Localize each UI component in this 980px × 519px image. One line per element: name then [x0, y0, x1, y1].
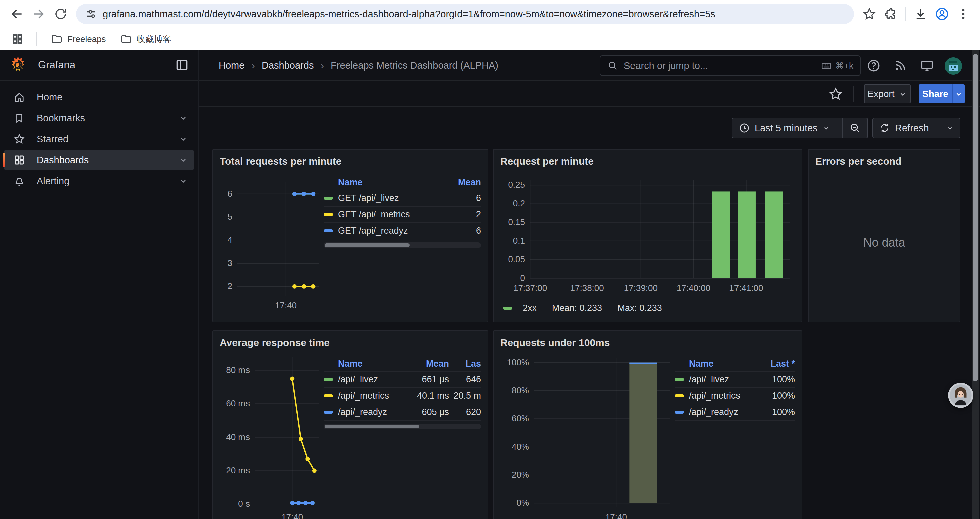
- sidebar-item-bookmarks[interactable]: Bookmarks: [4, 108, 194, 128]
- legend-scrollbar[interactable]: [323, 243, 481, 248]
- sidebar-item-starred[interactable]: Starred: [4, 129, 194, 149]
- breadcrumb: Home › Dashboards › Freeleaps Metrics Da…: [219, 50, 498, 81]
- panel-errors-per-second[interactable]: Errors per second No data: [808, 149, 960, 322]
- legend-col-last[interactable]: Last *: [758, 359, 795, 369]
- legend-col-name[interactable]: Name: [323, 177, 455, 188]
- apps-button[interactable]: [8, 30, 27, 48]
- assistant-avatar[interactable]: [948, 383, 973, 408]
- bookmark-folder-freeleaps[interactable]: Freeleaps: [46, 31, 111, 47]
- time-series-chart[interactable]: 80 ms60 ms40 ms20 ms0 s17:40: [220, 350, 323, 519]
- rss-icon: [893, 59, 907, 73]
- chevron-down-icon[interactable]: [179, 155, 188, 164]
- breadcrumb-home[interactable]: Home: [219, 60, 245, 71]
- series-color-pill[interactable]: [323, 230, 333, 232]
- legend-row[interactable]: GET /api/_livez 6: [323, 190, 481, 207]
- refresh-interval-button[interactable]: [940, 118, 960, 137]
- legend-scrollbar[interactable]: [323, 424, 481, 430]
- export-button[interactable]: Export: [864, 85, 911, 103]
- grafana-logo[interactable]: [9, 56, 27, 75]
- legend-row[interactable]: /api/_readyz 605 µs 620: [323, 404, 481, 421]
- scrollbar-thumb[interactable]: [325, 425, 419, 428]
- series-color-pill[interactable]: [323, 197, 333, 200]
- legend-row[interactable]: /api/_readyz 100%: [675, 404, 795, 421]
- zoom-out-button[interactable]: [843, 118, 867, 137]
- bookmark-folder-label[interactable]: 收藏博客: [137, 34, 172, 45]
- extensions-button[interactable]: [881, 5, 900, 23]
- legend-col-last[interactable]: Las: [449, 359, 481, 369]
- panel-request-per-minute[interactable]: Request per minute 0.250.20.150.10.05017…: [493, 149, 802, 322]
- panel-average-response-time[interactable]: Average response time 80 ms60 ms40 ms20 …: [213, 330, 488, 519]
- chevron-down-icon[interactable]: [179, 176, 188, 186]
- downloads-button[interactable]: [911, 5, 930, 23]
- panel-title[interactable]: Request per minute: [500, 153, 795, 169]
- news-button[interactable]: [892, 57, 908, 74]
- legend-col-mean[interactable]: Mean: [455, 177, 481, 188]
- legend-col-mean[interactable]: Mean: [406, 359, 449, 369]
- profile-button[interactable]: [932, 5, 951, 23]
- series-color-pill[interactable]: [323, 378, 333, 381]
- help-button[interactable]: [865, 57, 882, 74]
- legend-inline[interactable]: 2xx Mean: 0.233 Max: 0.233: [500, 298, 795, 318]
- sidebar-item-alerting[interactable]: Alerting: [4, 171, 194, 191]
- legend-series-name[interactable]: 2xx: [523, 303, 537, 313]
- legend-table: Name Mean Las /api/_livez 661 µs 646: [323, 350, 481, 519]
- panel-total-requests[interactable]: Total requests per minute 6543217:40 Nam…: [213, 149, 488, 322]
- chevron-down-icon[interactable]: [179, 134, 188, 144]
- breadcrumb-dashboards[interactable]: Dashboards: [261, 60, 313, 71]
- series-color-pill[interactable]: [323, 213, 333, 216]
- legend-row[interactable]: /api/_metrics 100%: [675, 388, 795, 404]
- star-icon: [13, 133, 25, 145]
- legend-row[interactable]: /api/_livez 661 µs 646: [323, 372, 481, 388]
- series-color-pill[interactable]: [503, 307, 512, 310]
- panel-title[interactable]: Total requests per minute: [220, 153, 481, 169]
- x-axis-tick-label: 17:40: [593, 512, 640, 519]
- refresh-button[interactable]: Refresh: [873, 118, 940, 137]
- panel-toggle-icon[interactable]: [175, 58, 189, 72]
- legend-row[interactable]: GET /api/_metrics 2: [323, 207, 481, 223]
- panel-title[interactable]: Errors per second: [815, 153, 953, 169]
- bar-chart[interactable]: 0.250.20.150.10.05017:37:0017:38:0017:39…: [500, 169, 795, 298]
- panel-title[interactable]: Requests under 100ms: [500, 335, 795, 350]
- favorite-dashboard-button[interactable]: [828, 86, 844, 102]
- panel-title[interactable]: Average response time: [220, 335, 481, 350]
- site-settings-icon[interactable]: [85, 8, 97, 21]
- browser-menu-button[interactable]: [954, 5, 973, 23]
- series-color-pill[interactable]: [675, 378, 684, 381]
- user-avatar[interactable]: [945, 57, 962, 75]
- back-button[interactable]: [7, 5, 26, 23]
- scrollbar-thumb[interactable]: [325, 243, 410, 247]
- bar-chart[interactable]: 100%80%60%40%20%0%17:40: [500, 350, 675, 519]
- legend-col-name[interactable]: Name: [323, 359, 406, 369]
- legend-row[interactable]: /api/_livez 100%: [675, 372, 795, 388]
- series-color-pill[interactable]: [323, 411, 333, 414]
- share-menu-button[interactable]: [952, 85, 965, 103]
- legend-col-name[interactable]: Name: [675, 359, 758, 369]
- page-scrollbar[interactable]: [972, 50, 978, 519]
- panel-requests-under-100ms[interactable]: Requests under 100ms 100%80%60%40%20%0%1…: [493, 330, 802, 519]
- address-bar[interactable]: grafana.mathmast.com/d/deytv4rwavabkb/fr…: [76, 4, 854, 24]
- time-range-picker[interactable]: Last 5 minutes: [732, 118, 842, 137]
- grafana-app: Grafana Home Bookmarks Starred: [0, 50, 980, 519]
- series-color-pill[interactable]: [675, 411, 684, 414]
- share-button[interactable]: Share: [919, 85, 952, 103]
- series-color-pill[interactable]: [323, 394, 333, 398]
- x-axis-tick-label: 17:37:00: [507, 283, 554, 293]
- sidebar-item-label: Bookmarks: [37, 113, 179, 124]
- search-input[interactable]: Search or jump to... ⌘+k: [600, 56, 861, 76]
- forward-button[interactable]: [29, 5, 48, 23]
- bookmark-folder-label[interactable]: Freeleaps: [67, 34, 106, 45]
- legend-table: Name Last * /api/_livez 100% /api/_metri…: [675, 350, 795, 519]
- sidebar-item-home[interactable]: Home: [4, 87, 194, 107]
- legend-row[interactable]: GET /api/_readyz 6: [323, 223, 481, 240]
- bookmark-folder-blogs[interactable]: 收藏博客: [115, 31, 176, 47]
- legend-row[interactable]: /api/_metrics 40.1 ms 20.5 m: [323, 388, 481, 404]
- sidebar-item-dashboards[interactable]: Dashboards: [4, 150, 194, 170]
- bookmark-page-button[interactable]: [860, 5, 878, 23]
- time-series-chart[interactable]: 6543217:40: [220, 169, 323, 316]
- reload-button[interactable]: [51, 5, 70, 23]
- url-text[interactable]: grafana.mathmast.com/d/deytv4rwavabkb/fr…: [103, 9, 716, 20]
- series-color-pill[interactable]: [675, 394, 684, 398]
- scrollbar-thumb[interactable]: [973, 54, 978, 382]
- kiosk-mode-button[interactable]: [919, 57, 935, 74]
- chevron-down-icon[interactable]: [179, 113, 188, 123]
